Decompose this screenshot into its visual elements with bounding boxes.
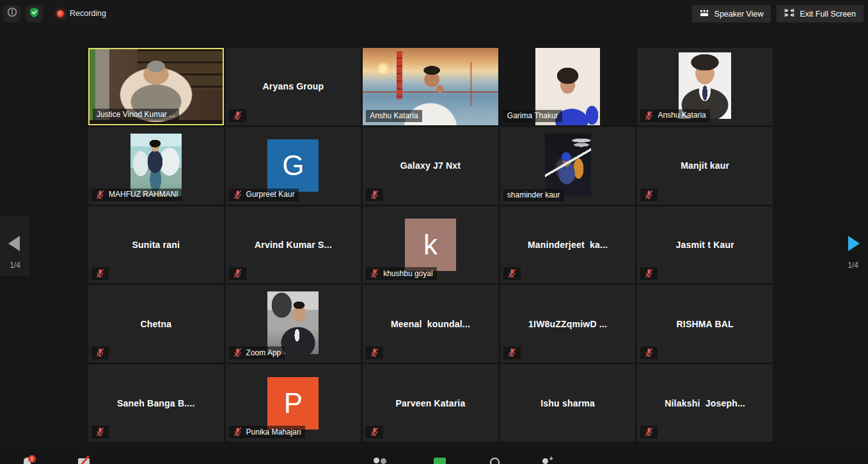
participant-tile[interactable]: Anshu Kataria [363,48,498,125]
muted-mic-icon [644,427,654,437]
participant-tile[interactable]: P Punika Mahajan [226,364,361,442]
participant-tile[interactable]: Sunita rani [88,206,224,284]
tile-footer [503,346,521,359]
participant-tile[interactable]: Justice Vinod Kumar ... [88,48,224,125]
muted-mic-icon [233,268,242,278]
participant-tile[interactable]: Chetna [88,285,224,362]
speaker-view-label: Speaker View [714,10,764,19]
muted-mic-icon [644,268,654,278]
video-off-icon[interactable] [78,458,90,464]
participant-tile[interactable]: Saneh Banga B.... [88,364,224,442]
participant-tile[interactable]: G Gurpreet Kaur [226,127,361,205]
participant-name-label: Gurpreet Kaur [246,190,295,199]
tile-footer: Gurpreet Kaur [229,189,299,201]
participants-icon[interactable] [374,458,379,463]
muted-mic-icon [95,190,105,199]
tile-footer: khushbu goyal [366,267,436,280]
chat-icon[interactable] [490,458,500,464]
muted-mic-icon [644,348,654,357]
muted-mic-icon [233,111,242,120]
participant-avatar: P [267,377,319,429]
page-indicator-right: 1/4 [838,261,868,270]
tile-footer [366,189,383,201]
participant-avatar: G [267,139,319,192]
participant-tile[interactable]: Aryans Group [226,48,361,125]
info-button[interactable] [3,5,20,22]
tile-footer [503,267,521,280]
participant-name-label: shaminder kaur [507,190,560,199]
participant-tile[interactable]: shaminder kaur [500,127,636,205]
participant-name-label: Garima Thakur [507,111,558,120]
previous-page-control: 1/4 [0,216,30,276]
exit-full-screen-icon [784,8,794,19]
participant-tile[interactable]: Galaxy J7 Nxt [363,127,498,205]
encryption-button[interactable] [26,5,43,22]
participant-tile[interactable]: Arvind Kumar S... [226,206,361,284]
participant-tile[interactable]: Manjit kaur [637,127,773,205]
tile-footer [229,267,246,280]
participant-tile[interactable]: MAHFUZ RAHMANI [88,127,224,205]
meeting-toolbar [0,454,868,464]
microphone-alert-icon[interactable] [24,458,31,464]
tile-footer: MAHFUZ RAHMANI [91,189,182,201]
page-indicator-left: 1/4 [0,261,30,270]
meeting-top-bar: Recording Speaker View Exit Full Screen [0,0,868,27]
muted-mic-icon [95,427,105,437]
tile-footer: Punika Mahajan [229,426,305,438]
participant-name-label: Justice Vinod Kumar ... [97,110,175,119]
tile-footer: shaminder kaur [503,189,564,201]
participant-tile[interactable]: Ishu sharma [500,364,636,442]
tile-footer: Anshu Kataria [366,110,422,122]
muted-mic-icon [644,111,654,120]
muted-mic-icon [370,268,379,278]
muted-mic-icon [644,190,654,199]
tile-footer [640,189,658,201]
participant-name-label: Anshu Kataria [370,111,418,120]
participant-name-label: Punika Mahajan [246,428,301,437]
tile-footer: Zoom App [229,346,285,359]
participant-tile[interactable]: RISHMA BAL [637,285,773,362]
next-page-control: 1/4 [838,216,868,276]
participant-tile[interactable]: Maninderjeet ka... [500,206,636,284]
muted-mic-icon [233,348,242,357]
tile-footer [91,267,109,280]
tile-footer [229,109,246,122]
recording-label: Recording [70,9,106,18]
tile-footer [640,426,658,438]
exit-full-screen-button[interactable]: Exit Full Screen [777,5,864,22]
participant-tile[interactable]: Zoom App [226,285,361,362]
muted-mic-icon [370,348,379,357]
participant-tile[interactable]: Anshu Kataria [637,48,773,125]
tile-footer: Garima Thakur [503,110,562,122]
muted-mic-icon [233,190,242,199]
next-page-arrow-icon[interactable] [848,236,860,251]
encryption-shield-icon [29,7,40,20]
share-screen-icon[interactable] [434,458,446,464]
participant-tile[interactable]: Meenal koundal... [363,285,498,362]
participants-grid: Justice Vinod Kumar ... Aryans Group [88,48,773,442]
participant-tile[interactable]: Garima Thakur [500,48,636,125]
participant-tile[interactable]: k khushbu goyal [363,206,498,284]
invite-icon[interactable] [542,458,548,464]
speaker-view-button[interactable]: Speaker View [692,5,771,22]
tile-footer [640,267,658,280]
participant-name-label: Zoom App [246,348,281,357]
muted-mic-icon [370,427,379,437]
muted-mic-icon [233,427,242,437]
exit-full-screen-label: Exit Full Screen [800,10,856,19]
muted-mic-icon [507,348,517,357]
recording-indicator: Recording [57,9,106,18]
tile-footer [366,426,383,438]
tile-footer [91,426,109,438]
participant-tile[interactable]: Jasmit t Kaur [637,206,773,284]
participant-name-label: Anshu Kataria [658,111,706,120]
gallery-grid-icon [700,9,709,19]
participant-tile[interactable]: 1IW8uZZqmiwD ... [500,285,636,362]
previous-page-arrow-icon[interactable] [8,236,20,251]
participant-tile[interactable]: Nilakshi Joseph... [637,364,773,442]
tile-footer [91,346,109,359]
participant-tile[interactable]: Parveen Kataria [363,364,498,442]
tile-footer [366,346,383,359]
participant-avatar: k [405,219,456,271]
muted-mic-icon [507,268,517,278]
